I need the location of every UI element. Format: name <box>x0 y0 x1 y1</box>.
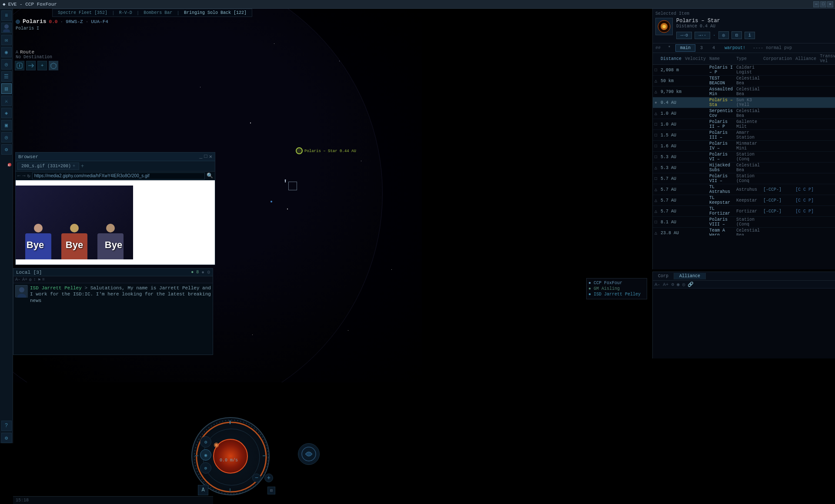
shield-action[interactable] <box>49 61 58 70</box>
browser-close-btn[interactable]: ✕ <box>209 153 212 160</box>
overview-tab-4[interactable]: 4 <box>708 44 720 52</box>
search-button[interactable]: 🔍 <box>207 172 213 179</box>
col-type[interactable]: Type <box>735 53 762 65</box>
browser-tab-close[interactable]: + <box>73 164 75 169</box>
hud-overview-btn[interactable]: ◉ <box>200 449 211 461</box>
col-name[interactable]: Name <box>708 53 735 65</box>
close-button[interactable]: ✕ <box>827 1 833 7</box>
skills-icon[interactable]: ⚔ <box>1 96 12 106</box>
mail-icon[interactable]: ✉ <box>1 35 12 45</box>
col-transversal[interactable]: Transversal Vel <box>818 53 835 65</box>
corp-font-plus[interactable]: A+ <box>663 282 668 287</box>
channel-rvd[interactable]: R-V-D <box>117 10 135 16</box>
speed-increase[interactable]: + <box>264 474 273 482</box>
forward-button[interactable]: → <box>22 173 25 179</box>
local-filter[interactable]: ⚑ <box>38 277 40 282</box>
refresh-button[interactable]: ↻ <box>27 172 30 179</box>
align-button[interactable]: →·ο <box>676 32 692 39</box>
settings-icon[interactable]: ⚙ <box>1 433 12 443</box>
overview-row-6[interactable]: □ 1.5 AU Polaris III – Amarr Station <box>653 130 835 141</box>
corp-icon[interactable]: ▣ <box>1 120 12 130</box>
overview-row-2[interactable]: △ 9,790 km Assaulted Min Celestial Bea <box>653 86 835 97</box>
lock-button[interactable]: ⊡ <box>731 31 742 39</box>
sys-region1[interactable]: 9RWS-Z <box>66 19 83 24</box>
jump-action[interactable]: + <box>37 61 47 70</box>
titlebar-controls[interactable]: ─ □ ✕ <box>813 1 835 7</box>
overview-row-0[interactable]: □ 2,098 m Polaris I – P Caldari Logist <box>653 65 835 76</box>
col-corporation[interactable]: Corporation <box>762 53 794 65</box>
overview-row-15[interactable]: △ 23.8 AU Team A Warp Celestial Bea <box>653 228 835 236</box>
channel-spectre[interactable]: Spectre Fleet [352] <box>55 10 110 16</box>
warp-button[interactable]: →·· <box>695 32 710 39</box>
avatar-icon[interactable] <box>1 23 12 33</box>
overview-row-13[interactable]: △ 5.7 AU TL Fortizar Fortizar [-CCP-] [C… <box>653 206 835 217</box>
show-info-action[interactable] <box>15 61 24 70</box>
autopilot-button[interactable]: A <box>198 485 208 495</box>
url-input[interactable] <box>32 172 205 179</box>
people-icon[interactable]: ◉ <box>1 47 12 57</box>
channel-bombers[interactable]: Bombers Bar <box>141 10 175 16</box>
overview-row-4[interactable]: △ 1.0 AU Serpentis Cov Celestial Bea <box>653 108 835 119</box>
overview-tab-warpout[interactable]: warpout! <box>720 44 750 52</box>
font-increase[interactable]: A+ <box>22 277 27 282</box>
map-icon[interactable]: ◎ <box>1 59 12 70</box>
hud-target-btn[interactable]: ⊕ <box>200 462 211 474</box>
overview-tab-3[interactable]: 3 <box>695 44 708 52</box>
corp-people[interactable]: ◉ <box>677 282 680 287</box>
market-icon[interactable]: ☰ <box>1 71 12 82</box>
channel-isd-jarrett[interactable]: ● ISD Jarrett Pelley <box>588 292 645 297</box>
system-name[interactable]: Polaris <box>23 18 47 25</box>
fitting-icon[interactable]: ⚙ <box>1 144 12 155</box>
local-options[interactable]: ≡ <box>42 277 45 282</box>
corp-settings[interactable]: ⚙ <box>671 282 674 287</box>
journal-icon[interactable]: ◈ <box>1 108 12 118</box>
nav-center-button[interactable]: ◉ <box>213 439 248 474</box>
col-alliance[interactable]: Alliance <box>794 53 818 65</box>
back-button[interactable]: ← <box>17 173 20 179</box>
channel-gm-aisling[interactable]: ● GM Aisling <box>588 286 645 292</box>
overview-tab-main[interactable]: main <box>675 44 695 52</box>
font-decrease[interactable]: A- <box>15 277 20 282</box>
hud-modules-btn[interactable]: ⚙ <box>200 436 211 448</box>
drone-button[interactable] <box>298 443 320 465</box>
inventory-icon[interactable]: ▤ <box>1 83 12 94</box>
menu-icon[interactable]: ≡ <box>1 10 12 21</box>
speed-decrease[interactable]: − <box>252 474 261 482</box>
alliance-tab[interactable]: Alliance <box>674 273 706 279</box>
col-velocity[interactable]: Velocity <box>683 53 708 65</box>
channel-ccp-foxfour[interactable]: ● CCP FoxFour <box>588 280 645 286</box>
overview-tab-star[interactable]: * <box>663 44 675 52</box>
minimize-button[interactable]: ─ <box>813 1 819 7</box>
hud-menu-expand[interactable]: ⊞ <box>267 487 275 494</box>
help-icon[interactable]: ? <box>1 421 12 431</box>
corp-link[interactable]: 🔗 <box>688 282 694 287</box>
browser-restore[interactable]: □ <box>204 153 207 160</box>
overview-row-5[interactable]: □ 1.0 AU Polaris II – P Gallente Milt <box>653 119 835 130</box>
look-button[interactable]: ◎ <box>718 31 729 39</box>
overview-row-1[interactable]: △ 50 km TEST BEACON Celestial Bea <box>653 76 835 86</box>
overview-row-12[interactable]: △ 5.7 AU TL Keepstar Keepstar [-CCP-] [C… <box>653 195 835 206</box>
info-button[interactable]: i <box>745 32 755 39</box>
local-settings[interactable]: ⚙ <box>29 277 32 282</box>
overview-row-9[interactable]: △ 5.3 AU Hijacked Subs Celestial Bea <box>653 162 835 173</box>
overview-row-11[interactable]: △ 5.7 AU TL Astrahus Astruhus [-CCP-] [C… <box>653 184 835 195</box>
col-distance[interactable]: Distance <box>659 53 683 65</box>
new-tab-button[interactable]: + <box>81 163 84 169</box>
overview-row-7[interactable]: □ 1.6 AU Polaris IV – Minmatar Mini <box>653 141 835 152</box>
overview-row-14[interactable]: □ 8.1 AU Polaris VIII – Station (Conq <box>653 217 835 228</box>
route-action[interactable] <box>26 61 36 70</box>
agency-icon[interactable]: ◎ <box>1 132 12 143</box>
overview-row-3[interactable]: ● 0.4 AU Polaris – Sta Sun K3 (Yell <box>653 97 835 108</box>
local-sort[interactable]: ↕ <box>33 277 36 282</box>
corp-voice[interactable]: ◎ <box>682 282 685 287</box>
corp-font-minus[interactable]: A- <box>655 282 660 287</box>
overview-row-8[interactable]: □ 5.3 AU Polaris VI – Station (Conq <box>653 152 835 162</box>
channel-bringing-solo[interactable]: Bringing Solo Back [122] <box>181 10 249 16</box>
sys-region2[interactable]: UUA-F4 <box>91 19 108 24</box>
overview-row-10[interactable]: □ 5.7 AU Polaris VII – Station (Conq <box>653 173 835 184</box>
browser-tab[interactable]: 200_s.gif (331×200) + <box>17 162 79 170</box>
sender-name[interactable]: ISD Jarrett Pelley <box>30 285 82 291</box>
browser-minimize[interactable]: _ <box>199 153 202 160</box>
maximize-button[interactable]: □ <box>820 1 826 7</box>
corp-tab[interactable]: Corp <box>653 273 674 279</box>
